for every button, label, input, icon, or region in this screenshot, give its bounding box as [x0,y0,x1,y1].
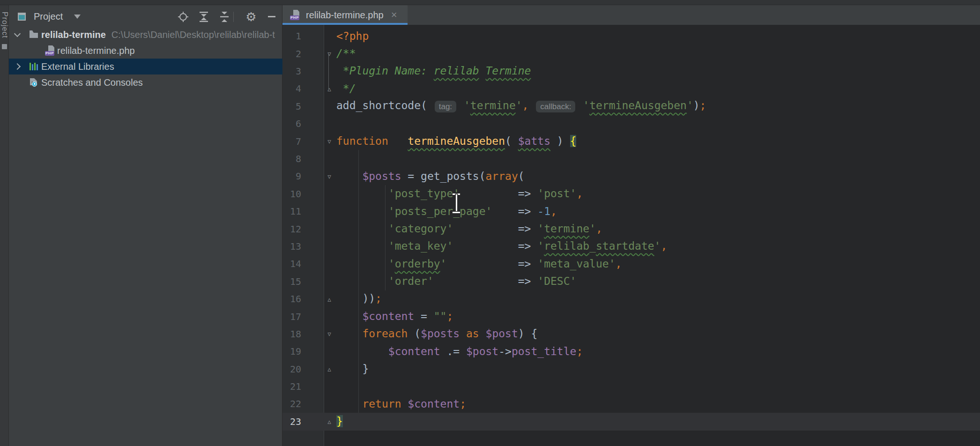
code-text[interactable]: 'orderby' => 'meta_value', [335,255,622,273]
fold-down-icon[interactable]: ▿ [324,138,335,145]
line-number: 15 [282,276,324,287]
code-text[interactable]: 'category' => 'termine', [335,220,602,238]
code-text[interactable]: $content .= $post->post_title; [335,343,583,360]
line-number: 3 [282,66,324,77]
editor-tab-relilab-termine-php[interactable]: PHPrelilab-termine.php× [282,5,408,25]
code-line-6: 6 [282,115,980,133]
fold-down-icon[interactable]: ▿ [324,330,335,337]
fold-up-icon[interactable]: ▵ [324,418,335,425]
line-number: 2 [282,48,324,59]
code-line-8: 8 [282,150,980,167]
folder-icon [29,30,38,39]
scratches-icon: › [29,78,38,87]
code-line-5: 5add_shortcode( tag: 'termine', callback… [282,97,980,115]
line-number: 9 [282,171,324,182]
code-text[interactable]: } [335,360,369,378]
library-icon [29,62,38,71]
chevron-right-icon[interactable] [14,63,21,70]
line-number: 8 [282,153,324,164]
project-panel: Project [9,5,282,446]
code-text[interactable]: <?php [335,28,369,45]
code-line-16: 16▵ )); [282,290,980,307]
parameter-hint: callback: [536,101,575,112]
line-number: 22 [282,398,324,409]
tool-stripe-square-icon[interactable] [2,44,7,49]
line-number: 20 [282,364,324,375]
tree-item-external-libraries[interactable]: External Libraries [9,59,282,74]
project-panel-header: Project [9,5,282,28]
fold-up-icon[interactable]: ▵ [324,365,335,372]
editor-tab-bar: PHPrelilab-termine.php× [282,5,980,25]
line-number: 19 [282,346,324,357]
line-number: 10 [282,188,324,200]
gear-icon: ⚙ [245,11,256,23]
code-text[interactable]: function termineAusgeben( $atts ) { [335,133,576,150]
code-text[interactable]: 'posts_per_page' => -1, [335,203,557,220]
code-text[interactable]: 'meta_key' => 'relilab_startdate', [335,238,667,255]
code-text[interactable]: )); [335,290,382,307]
code-line-21: 21 [282,378,980,395]
line-number: 17 [282,311,324,322]
code-text[interactable]: return $content; [335,395,466,413]
project-panel-title: Project [34,11,63,22]
fold-up-icon[interactable]: ▵ [324,85,335,92]
line-number: 18 [282,328,324,340]
settings-button[interactable]: ⚙ [243,5,259,28]
tree-item-label: External Libraries [41,61,114,72]
code-line-23: 23▵} [282,413,980,430]
php-file-icon: PHP [45,45,55,56]
tree-item-label: Scratches and Consoles [41,77,143,88]
toolbar-divider [233,12,234,22]
tree-item-relilab-termine[interactable]: relilab-termineC:\Users\Daniel\Desktop\r… [9,27,282,43]
code-text[interactable]: foreach ($posts as $post) { [335,325,537,342]
code-line-18: 18▿ foreach ($posts as $post) { [282,325,980,342]
fold-up-icon[interactable]: ▵ [324,296,335,303]
line-number: 16 [282,293,324,305]
mouse-cursor [451,193,462,214]
code-line-10: 10 'post_type' => 'post', [282,185,980,202]
chevron-down-icon[interactable] [14,30,21,37]
tree-item-scratches-and-consoles[interactable]: ›Scratches and Consoles [9,74,282,90]
fold-down-icon[interactable]: ▿ [324,50,335,57]
locate-button[interactable] [175,5,191,28]
collapse-all-icon [220,12,229,22]
line-number: 7 [282,136,324,147]
minus-icon [268,16,275,17]
editor-area[interactable]: PHPrelilab-termine.php× 1<?php2▿/**3 *Pl… [282,5,980,446]
code-text[interactable]: add_shortcode( tag: 'termine', callback:… [335,97,706,115]
fold-down-icon[interactable]: ▿ [324,173,335,180]
line-number: 1 [282,30,324,42]
tab-close-icon[interactable]: × [391,10,397,20]
expand-all-button[interactable] [196,5,212,28]
code-text[interactable]: */ [335,80,356,97]
line-number: 11 [282,206,324,217]
window-top-strip [0,0,980,5]
code-line-12: 12 'category' => 'termine', [282,220,980,238]
code-line-14: 14 'orderby' => 'meta_value', [282,255,980,273]
code-text[interactable]: *Plugin Name: relilab Termine [335,62,531,80]
code-text[interactable]: /** [335,45,356,62]
expand-all-icon [199,12,208,22]
project-stripe-button[interactable]: Project [0,12,9,38]
parameter-hint: tag: [435,101,456,112]
line-number: 12 [282,223,324,235]
code-text[interactable]: 'order' => 'DESC' [335,273,576,290]
php-file-icon: PHP [290,10,300,20]
hide-panel-button[interactable] [264,5,280,28]
code-text[interactable]: $posts = get_posts(array( [335,168,525,185]
code-text[interactable]: } [335,413,343,430]
collapse-all-button[interactable] [216,5,232,28]
tab-label: relilab-termine.php [306,10,384,21]
code-lines: 1<?php2▿/**3 *Plugin Name: relilab Termi… [282,28,980,431]
code-line-19: 19 $content .= $post->post_title; [282,343,980,360]
code-text[interactable]: $content = ""; [335,308,453,325]
code-line-15: 15 'order' => 'DESC' [282,273,980,290]
line-number: 21 [282,381,324,392]
ide-window: Project Project [0,0,980,446]
line-number: 4 [282,83,324,94]
chevron-down-icon[interactable] [74,15,81,19]
code-line-13: 13 'meta_key' => 'relilab_startdate', [282,238,980,255]
tree-item-relilab-termine-php[interactable]: PHPrelilab-termine.php [9,43,282,59]
tree-item-label: relilab-termine [41,30,106,40]
tree-item-path: C:\Users\Daniel\Desktop\relilab\relilab-… [111,30,275,40]
